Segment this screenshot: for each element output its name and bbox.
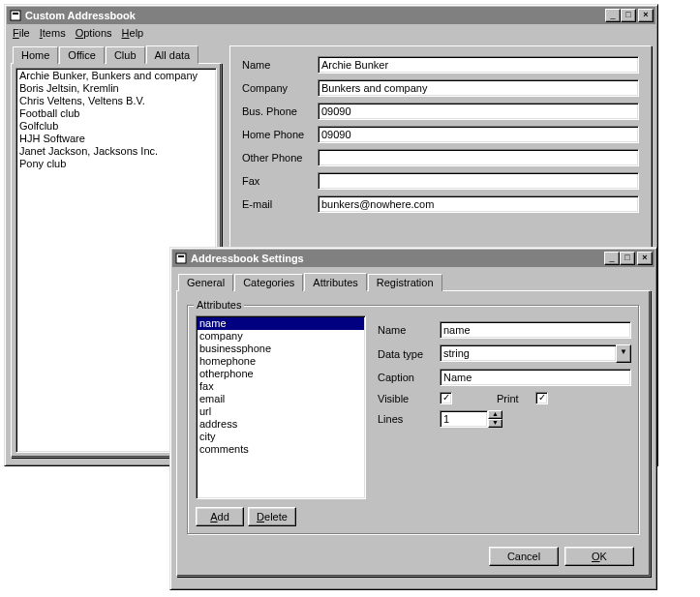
attr-name-input[interactable]: name [440,321,631,339]
spin-down-icon[interactable]: ▼ [488,419,502,428]
field-label: Company [242,82,318,94]
field-label: Fax [242,175,318,187]
field-input[interactable]: bunkers@nowhere.com [318,195,639,213]
settings-close-button[interactable]: × [637,252,653,265]
list-item[interactable]: businessphone [198,343,364,355]
list-item[interactable]: name [198,317,364,330]
menu-items[interactable]: Items [40,27,66,39]
list-item[interactable]: Janet Jackson, Jacksons Inc. [17,145,215,158]
app-icon [9,9,22,22]
attr-datatype-value: string [440,344,616,362]
attr-datatype-label: Data type [378,348,440,360]
add-button[interactable]: Add [196,507,244,526]
list-item[interactable]: email [198,393,364,405]
settings-window-title: Addressbook Settings [191,253,604,264]
menu-options[interactable]: Options [76,27,112,39]
list-item[interactable]: Archie Bunker, Bunkers and company [17,70,215,82]
field-label: Other Phone [242,152,318,164]
field-input[interactable]: 09090 [318,126,639,143]
ok-button[interactable]: OK [564,547,634,566]
cancel-button[interactable]: Cancel [489,547,559,566]
field-input[interactable]: 09090 [318,103,639,120]
main-tabstrip: Home Office Club All data [11,46,222,64]
field-input[interactable] [318,149,639,166]
tab-general[interactable]: General [178,274,233,291]
attr-caption-input[interactable]: Name [440,369,631,386]
tab-office[interactable]: Office [59,46,105,64]
list-item[interactable]: url [198,405,364,418]
attributes-groupbox: Attributes namecompanybusinessphonehomep… [187,305,640,535]
list-item[interactable]: city [198,431,364,443]
menu-help[interactable]: Help [122,27,144,39]
groupbox-legend: Attributes [194,299,244,311]
svg-rect-0 [11,11,20,20]
attr-print-label: Print [497,393,535,404]
attr-lines-spinner[interactable]: 1 ▲ ▼ [440,410,502,428]
field-input[interactable]: Archie Bunker [318,56,639,74]
settings-tabstrip: General Categories Attributes Registrati… [176,274,651,291]
field-label: Bus. Phone [242,105,318,117]
chevron-down-icon[interactable]: ▼ [616,344,631,363]
main-titlebar[interactable]: Custom Addressbook _ □ × [7,7,655,24]
svg-rect-1 [13,13,18,15]
minimize-button[interactable]: _ [605,9,621,22]
attr-visible-checkbox[interactable]: ✓ [440,392,452,404]
tab-attributes[interactable]: Attributes [304,273,366,291]
delete-button[interactable]: Delete [248,507,296,526]
close-button[interactable]: × [638,9,654,22]
field-input[interactable] [318,172,639,190]
tab-all-data[interactable]: All data [146,45,199,64]
list-item[interactable]: homephone [198,355,364,368]
attr-caption-label: Caption [378,372,440,383]
attr-datatype-select[interactable]: string ▼ [440,344,631,363]
tab-club[interactable]: Club [106,46,145,64]
list-item[interactable]: Pony club [17,158,215,170]
field-input[interactable]: Bunkers and company [318,79,639,97]
main-menubar: File Items Options Help [7,26,655,40]
attr-print-checkbox[interactable]: ✓ [535,392,548,404]
spin-up-icon[interactable]: ▲ [488,410,502,419]
settings-maximize-button[interactable]: □ [620,252,635,265]
attributes-list[interactable]: namecompanybusinessphonehomephoneotherph… [196,315,366,499]
maximize-button[interactable]: □ [621,9,636,22]
main-window-title: Custom Addressbook [25,10,605,21]
settings-titlebar[interactable]: Addressbook Settings _ □ × [172,250,654,267]
list-item[interactable]: otherphone [198,368,364,380]
list-item[interactable]: fax [198,380,364,393]
attr-visible-label: Visible [378,393,440,404]
list-item[interactable]: Golfclub [17,120,215,133]
svg-rect-2 [176,254,186,263]
field-label: E-mail [242,198,318,210]
settings-app-icon [174,252,188,265]
list-item[interactable]: address [198,418,364,431]
menu-file[interactable]: File [13,27,30,39]
attr-lines-label: Lines [378,413,440,425]
list-item[interactable]: HJH Software [17,133,215,145]
list-item[interactable]: Football club [17,107,215,120]
tab-home[interactable]: Home [13,46,58,64]
field-label: Home Phone [242,129,318,140]
list-item[interactable]: comments [198,443,364,456]
attr-lines-value[interactable]: 1 [440,410,488,428]
tab-registration[interactable]: Registration [368,274,442,291]
tab-categories[interactable]: Categories [234,274,303,291]
settings-minimize-button[interactable]: _ [604,252,620,265]
svg-rect-3 [178,255,184,257]
attr-name-label: Name [378,324,440,336]
field-label: Name [242,59,318,71]
list-item[interactable]: Boris Jeltsin, Kremlin [17,82,215,95]
list-item[interactable]: company [198,330,364,343]
list-item[interactable]: Chris Veltens, Veltens B.V. [17,95,215,107]
